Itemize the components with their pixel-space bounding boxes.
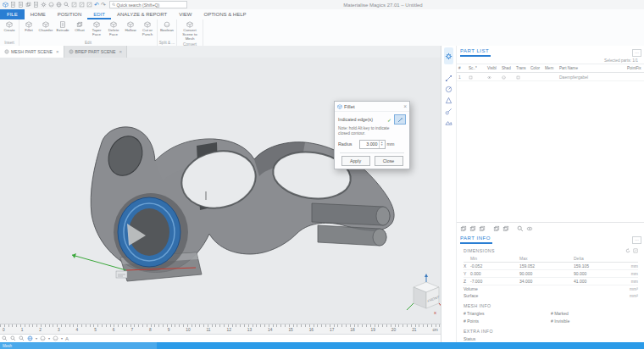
undo-icon[interactable]: ↶	[94, 2, 99, 8]
tab-file[interactable]: FILE	[0, 9, 25, 19]
zoom-view-icon[interactable]	[64, 2, 69, 8]
ruler-unit: cm	[432, 328, 437, 332]
view-cube[interactable]: FRONT x	[407, 274, 441, 315]
ribbon: Create Insert Fillet Chamfer Extrude Off…	[0, 19, 644, 47]
triangles-label: # Triangles	[464, 311, 551, 316]
scene-settings-button[interactable]	[444, 47, 453, 64]
measure-distance-icon[interactable]	[445, 75, 452, 82]
viewport-3d[interactable]: FRONT x	[0, 58, 441, 324]
group-label-edit: Edit	[20, 40, 156, 46]
create-button[interactable]: Create	[1, 20, 18, 33]
paste-icon[interactable]	[33, 2, 39, 8]
part-list-menu-icon[interactable]: …	[632, 49, 641, 57]
zoom-part-icon[interactable]	[19, 335, 25, 341]
dimension-row-z: Z-7.000 34.000 41.000 mm	[464, 278, 638, 285]
part-rotate-icon[interactable]	[493, 225, 500, 232]
view-caret-icon[interactable]: ▾	[36, 336, 37, 341]
ribbon-group-convert: Convert Scene to Mesh Convert	[177, 19, 203, 46]
cut-or-punch-button[interactable]: Cut or Punch	[139, 20, 156, 37]
search-input[interactable]	[116, 3, 184, 8]
dialog-close-icon[interactable]: ×	[403, 103, 407, 109]
spin-down-icon[interactable]: ▼	[380, 144, 383, 147]
expand-icon[interactable]	[633, 248, 638, 253]
close-button[interactable]: Close	[375, 156, 403, 166]
indicate-edges-button[interactable]	[394, 114, 406, 125]
tab-mesh-part-scene[interactable]: MESH PART SCENE ×	[0, 46, 64, 58]
pan-view-icon[interactable]	[56, 2, 62, 8]
select-checkbox-icon[interactable]	[469, 75, 473, 80]
section-view-icon[interactable]	[86, 2, 92, 8]
tab-view[interactable]: VIEW	[173, 9, 197, 19]
dimensions-section: DIMENSIONS Min Max Delta X-0.052 159.052…	[457, 244, 644, 299]
zoom-icon[interactable]	[2, 335, 8, 341]
dialog-divider	[340, 152, 404, 153]
quick-search[interactable]	[109, 1, 187, 8]
convert-scene-to-mesh-button[interactable]: Convert Scene to Mesh	[178, 20, 202, 42]
offset-button[interactable]: Offset	[71, 20, 88, 33]
ribbon-group-split: Boolean Split & ...	[158, 19, 177, 46]
radius-label: Radius	[338, 141, 353, 147]
part-view-icon[interactable]	[526, 225, 533, 232]
refresh-icon[interactable]	[625, 248, 630, 253]
extrude-button[interactable]: Extrude	[54, 20, 71, 33]
render-caret-icon[interactable]: ▾	[61, 336, 63, 341]
points-label: # Points	[464, 319, 551, 324]
selected-fillet-edge[interactable]	[118, 197, 180, 267]
extra-info-title: EXTRA INFO	[464, 329, 493, 334]
tab-analyze-report[interactable]: ANALYZE & REPORT	[111, 9, 173, 19]
open-project-icon[interactable]	[10, 2, 16, 8]
part-list-row[interactable]: 1 Daempfergabel	[457, 73, 644, 81]
hollow-button[interactable]: Hollow	[122, 20, 139, 33]
scene-icon	[69, 49, 74, 54]
shade-caret-icon[interactable]: ▾	[48, 336, 50, 341]
zoom-in-icon[interactable]	[10, 335, 16, 341]
taper-face-button[interactable]: Taper Face	[88, 20, 105, 37]
tab-edit[interactable]: EDIT	[87, 9, 111, 19]
apply-button[interactable]: Apply	[341, 156, 370, 166]
scene-tab-bar: MESH PART SCENE × BREP PART SCENE ×	[0, 46, 441, 58]
report-scene-icon[interactable]	[445, 119, 452, 126]
fix-wizard-icon[interactable]	[41, 2, 47, 8]
close-scene-icon[interactable]: ×	[56, 49, 59, 54]
radius-input[interactable]	[360, 141, 379, 148]
boolean-button[interactable]: Boolean	[158, 20, 175, 33]
transparent-checkbox-icon[interactable]	[516, 75, 520, 80]
annotation-leader-icon[interactable]	[445, 108, 452, 115]
measure-angle-icon[interactable]	[445, 97, 452, 104]
save-project-icon[interactable]	[18, 2, 24, 8]
annotations-icon[interactable]: A	[65, 336, 69, 341]
copy-icon[interactable]	[25, 2, 31, 8]
pencil-edge-icon	[397, 117, 403, 123]
part-copy-icon[interactable]	[469, 225, 476, 232]
mesh-info-section: MESH INFO # Triangles # Marked # Points …	[457, 299, 644, 324]
fillet-button[interactable]: Fillet	[20, 20, 37, 33]
mesh-info-title: MESH INFO	[464, 303, 491, 308]
part-info-menu-icon[interactable]: …	[632, 236, 641, 244]
shade-mode-icon[interactable]	[40, 335, 46, 341]
box-select-icon[interactable]	[71, 2, 77, 8]
rotate-view-icon[interactable]	[48, 2, 54, 8]
part-pages-icon[interactable]	[460, 225, 467, 232]
radius-stepper[interactable]: ▲ ▼	[379, 141, 385, 148]
tab-options-help[interactable]: OPTIONS & HELP	[198, 9, 253, 19]
tool-strip	[441, 46, 457, 342]
render-mode-icon[interactable]	[53, 335, 58, 341]
redo-icon[interactable]: ↷	[101, 2, 106, 8]
import-part-icon[interactable]	[3, 2, 8, 8]
visible-icon[interactable]	[487, 75, 491, 80]
part-mirror-icon[interactable]	[502, 225, 509, 232]
chamfer-button[interactable]: Chamfer	[37, 20, 54, 33]
view-globe-icon[interactable]	[27, 335, 33, 341]
measure-radius-icon[interactable]	[445, 86, 452, 93]
fit-view-icon[interactable]	[79, 2, 85, 8]
status-progress-segment	[0, 342, 157, 349]
shade-icon[interactable]	[502, 75, 506, 80]
close-scene-icon[interactable]: ×	[119, 49, 123, 54]
part-zoom-icon[interactable]	[517, 225, 524, 232]
part-export-icon[interactable]	[479, 225, 486, 232]
tab-home[interactable]: HOME	[25, 9, 52, 19]
tab-position[interactable]: POSITION	[52, 9, 88, 19]
dialog-title-bar[interactable]: Fillet ×	[335, 102, 409, 112]
tab-brep-part-scene[interactable]: BREP PART SCENE ×	[64, 46, 128, 58]
delete-face-button[interactable]: Delete Face	[105, 20, 122, 37]
